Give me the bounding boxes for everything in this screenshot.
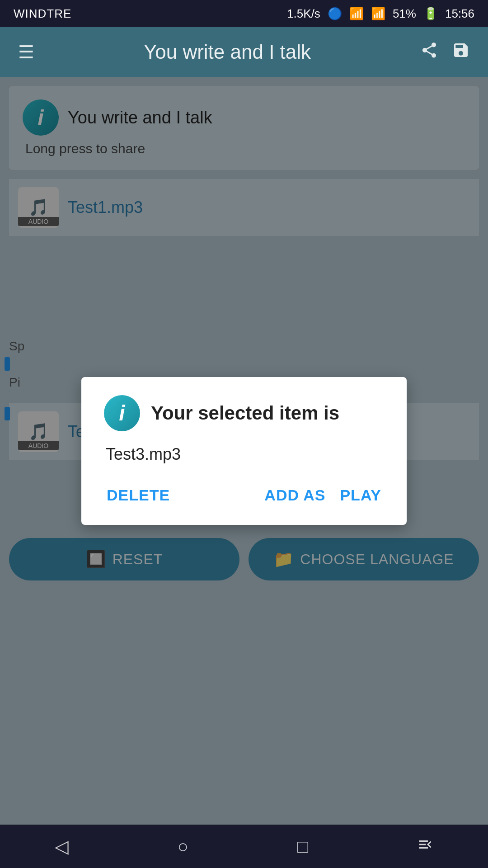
bluetooth-icon: 🔵 (328, 7, 342, 21)
nav-bar: ◁ ○ □ (0, 825, 488, 868)
dialog-header: i Your selected item is (104, 395, 384, 431)
save-button[interactable] (452, 41, 470, 63)
battery-icon: 🔋 (423, 7, 438, 21)
dialog-overlay: i Your selected item is Test3.mp3 DELETE… (0, 77, 488, 825)
share-button[interactable] (420, 41, 438, 63)
dialog-actions: DELETE ADD AS PLAY (104, 482, 384, 509)
play-button[interactable]: PLAY (337, 482, 384, 509)
delete-button[interactable]: DELETE (104, 482, 173, 509)
wifi-icon: 📶 (349, 7, 364, 21)
app-title: You write and I talk (34, 41, 420, 63)
add-as-button[interactable]: ADD AS (262, 482, 328, 509)
status-bar: WINDTRE 1.5K/s 🔵 📶 📶 51% 🔋 15:56 (0, 0, 488, 27)
battery-label: 51% (393, 7, 416, 21)
clock: 15:56 (445, 7, 474, 21)
signal-icon: 📶 (371, 7, 385, 21)
nav-menu-button[interactable] (417, 836, 433, 857)
recents-button[interactable]: □ (297, 836, 308, 857)
dialog: i Your selected item is Test3.mp3 DELETE… (81, 377, 407, 525)
menu-button[interactable]: ☰ (18, 42, 34, 62)
home-button[interactable]: ○ (178, 836, 188, 857)
speed-indicator: 1.5K/s (287, 7, 320, 21)
top-bar: ☰ You write and I talk (0, 27, 488, 77)
status-icons: 1.5K/s 🔵 📶 📶 51% 🔋 15:56 (287, 7, 474, 21)
dialog-filename: Test3.mp3 (104, 445, 384, 464)
dialog-info-icon: i (104, 395, 140, 431)
dialog-title: Your selected item is (151, 402, 339, 424)
main-content: i You write and I talk Long press to sha… (0, 77, 488, 825)
carrier-label: WINDTRE (14, 7, 71, 21)
back-button[interactable]: ◁ (55, 836, 69, 857)
top-bar-actions (420, 41, 470, 63)
